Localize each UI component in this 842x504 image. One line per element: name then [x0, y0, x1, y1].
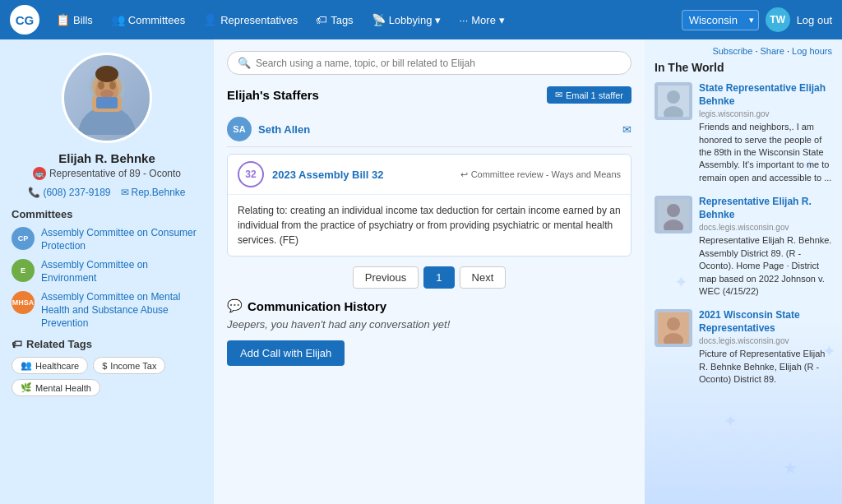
staffer-row: SA Seth Allen ✉ — [227, 112, 632, 147]
subscribe-link[interactable]: Subscribe — [712, 46, 752, 56]
nav-representatives-label: Representatives — [220, 14, 298, 26]
profile-photo-wrap — [12, 53, 202, 143]
world-text-3: 2021 Wisconsin State Representatives doc… — [699, 309, 832, 386]
lobbying-icon: 📡 — [372, 13, 386, 26]
state-selector[interactable]: Wisconsin — [682, 10, 759, 30]
email-btn-icon: ✉ — [555, 90, 562, 100]
logout-button[interactable]: Log out — [797, 14, 832, 26]
nav-bills[interactable]: 📋 Bills — [49, 8, 99, 31]
tag-section-icon: 🏷 — [12, 338, 22, 350]
add-call-button[interactable]: Add Call with Elijah — [227, 340, 345, 366]
committee-item-e: E Assembly Committee on Environment — [12, 259, 202, 284]
world-thumb-1 — [655, 82, 692, 120]
nav-representatives[interactable]: 👤 Representatives — [197, 8, 304, 31]
search-icon: 🔍 — [238, 57, 251, 69]
profile-avatar-svg — [70, 61, 144, 135]
world-link-2[interactable]: Representative Elijah R. Behnke — [699, 196, 832, 221]
state-selector-wrap: Wisconsin — [682, 10, 759, 30]
staffer-name[interactable]: Seth Allen — [258, 123, 310, 136]
income-tax-icon: $ — [102, 361, 107, 371]
world-link-3[interactable]: 2021 Wisconsin State Representatives — [699, 309, 832, 335]
email-staffer-button[interactable]: ✉ Email 1 staffer — [547, 86, 632, 104]
rep-phone[interactable]: 📞 (608) 237-9189 — [28, 187, 110, 198]
world-thumb-3 — [655, 309, 692, 347]
world-thumb-2 — [655, 196, 692, 234]
tags-title: 🏷 Related Tags — [12, 338, 202, 350]
healthcare-icon: 👥 — [21, 360, 32, 371]
committees-icon: 👥 — [111, 13, 125, 26]
brand-initials: CG — [16, 13, 35, 27]
in-the-world-title: In The World — [655, 61, 832, 74]
right-panel: ✦ ✦ ✦ ✦ ✦ ★ ✦ Subscribe · Share · Log ho… — [645, 39, 842, 504]
nav-right: Wisconsin TW Log out — [682, 7, 832, 32]
bill-card: 32 2023 Assembly Bill 32 ↩ Committee rev… — [227, 154, 632, 257]
staffer-initials: SA — [227, 117, 252, 141]
phone-icon: 📞 — [28, 187, 40, 198]
world-source-2: docs.legis.wisconsin.gov — [699, 223, 832, 232]
committee-link-cp[interactable]: Assembly Committee on Consumer Protectio… — [41, 227, 202, 252]
svg-point-7 — [109, 81, 116, 90]
world-item-1: State Representative Elijah Behnke legis… — [655, 82, 832, 184]
more-icon: ··· — [459, 14, 468, 26]
committee-link-e[interactable]: Assembly Committee on Environment — [41, 259, 202, 284]
nav-lobbying-label: Lobbying — [389, 14, 433, 26]
world-item-2: Representative Elijah R. Behnke docs.leg… — [655, 196, 832, 298]
bill-header: 32 2023 Assembly Bill 32 ↩ Committee rev… — [228, 155, 631, 195]
navbar: CG 📋 Bills 👥 Committees 👤 Representative… — [0, 0, 842, 39]
staffers-header: Elijah's Staffers ✉ Email 1 staffer — [227, 86, 632, 104]
staffer-info: SA Seth Allen — [227, 117, 310, 141]
committee-badge-e: E — [12, 259, 35, 282]
world-text-1: State Representative Elijah Behnke legis… — [699, 82, 832, 184]
staffer-email-icon[interactable]: ✉ — [622, 123, 632, 136]
svg-point-15 — [667, 204, 680, 217]
committee-review: ↩ Committee review - Ways and Means — [460, 169, 621, 180]
tag-chips: 👥 Healthcare $ Income Tax 🌿 Mental Healt… — [12, 357, 202, 396]
rep-contact: 📞 (608) 237-9189 ✉ Rep.Behnke — [12, 187, 202, 198]
staffers-title: Elijah's Staffers — [227, 88, 319, 102]
bills-icon: 📋 — [56, 13, 70, 26]
nav-tags[interactable]: 🏷 Tags — [309, 8, 359, 31]
world-source-3: docs.legis.wisconsin.gov — [699, 336, 832, 345]
page-1-button[interactable]: 1 — [423, 266, 454, 289]
committee-badge-cp: CP — [12, 227, 35, 250]
log-hours-link[interactable]: Log hours — [792, 46, 832, 56]
nav-more[interactable]: ··· More ▾ — [452, 9, 511, 31]
tag-healthcare[interactable]: 👥 Healthcare — [12, 357, 88, 374]
rep-email[interactable]: ✉ Rep.Behnke — [121, 187, 186, 198]
brand-logo[interactable]: CG — [10, 5, 39, 35]
world-desc-3: Picture of Representative Elijah R. Behn… — [699, 348, 832, 386]
nav-committees[interactable]: 👥 Committees — [104, 8, 192, 31]
comm-history-icon: 💬 — [227, 298, 243, 313]
committee-link-mhsa[interactable]: Assembly Committee on Mental Health and … — [41, 291, 202, 330]
world-link-1[interactable]: State Representative Elijah Behnke — [699, 82, 832, 108]
email-icon: ✉ — [121, 187, 129, 198]
comm-empty: Jeepers, you haven't had any conversatio… — [227, 318, 632, 331]
rep-title-text: Representative of 89 - Oconto — [49, 168, 181, 179]
comm-history-title: 💬 Communication History — [227, 298, 632, 313]
world-item-3: 2021 Wisconsin State Representatives doc… — [655, 309, 832, 386]
committee-badge-mhsa: MHSA — [12, 291, 35, 314]
world-desc-2: Representative Elijah R. Behnke. Assembl… — [699, 234, 832, 298]
share-link[interactable]: Share — [761, 46, 784, 56]
left-panel: Elijah R. Behnke 🚌 Representative of 89 … — [0, 39, 214, 504]
world-desc-1: Friends and neighbors,. I am honored to … — [699, 121, 832, 184]
tag-income-tax[interactable]: $ Income Tax — [93, 357, 165, 374]
next-page-button[interactable]: Next — [460, 266, 507, 289]
bill-body: Relating to: creating an individual inco… — [228, 195, 631, 256]
pagination: Previous 1 Next — [227, 266, 632, 289]
search-input[interactable] — [256, 58, 621, 69]
nav-committees-label: Committees — [128, 14, 185, 26]
prev-page-button[interactable]: Previous — [353, 266, 419, 289]
world-text-2: Representative Elijah R. Behnke docs.leg… — [699, 196, 832, 298]
svg-point-18 — [667, 317, 680, 331]
bill-link[interactable]: 2023 Assembly Bill 32 — [272, 169, 452, 181]
rep-badge-icon: 🚌 — [33, 167, 46, 180]
svg-rect-10 — [96, 97, 118, 109]
nav-lobbying[interactable]: 📡 Lobbying ▾ — [365, 8, 448, 31]
bill-number-badge: 32 — [238, 161, 264, 187]
center-panel: 🔍 Elijah's Staffers ✉ Email 1 staffer SA… — [214, 39, 645, 504]
user-initials: TW — [770, 14, 785, 25]
committees-title: Committees — [12, 208, 202, 220]
tags-section: 🏷 Related Tags 👥 Healthcare $ Income Tax… — [12, 338, 202, 396]
tag-mental-health[interactable]: 🌿 Mental Health — [12, 379, 100, 396]
